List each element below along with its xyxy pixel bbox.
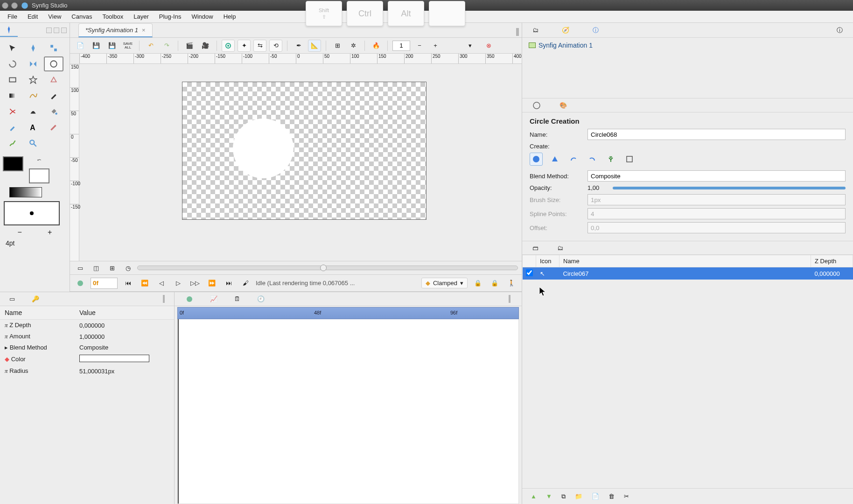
blend-field[interactable] (587, 170, 846, 182)
layer-group-icon[interactable]: 📁 (575, 493, 582, 500)
menu-edit[interactable]: Edit (23, 12, 42, 21)
param-row[interactable]: π Z Depth0,000000 (0, 320, 174, 331)
tool-spline[interactable] (23, 88, 43, 103)
seek-end-icon[interactable]: ⏭ (222, 277, 235, 289)
mode-normal-icon[interactable] (222, 40, 235, 52)
seek-next-frame-icon[interactable]: ▷▷ (189, 277, 202, 289)
menu-toolbox[interactable]: Toolbox (98, 12, 128, 21)
layer-raise-icon[interactable]: ▲ (531, 493, 537, 500)
timeline-ruler[interactable]: 0f 48f 96f (177, 307, 519, 319)
tool-mirror[interactable] (23, 56, 43, 71)
panel-grip-icon[interactable] (163, 295, 165, 302)
param-row[interactable]: ◆ Color (0, 353, 174, 365)
onion-skin-icon[interactable]: 🔥 (370, 40, 383, 52)
play-icon[interactable]: ▷ (172, 277, 185, 289)
frame-field[interactable] (91, 278, 118, 289)
undo-icon[interactable]: ↶ (144, 40, 157, 52)
tool-draw[interactable] (44, 88, 63, 103)
grid-icon[interactable]: ⊞ (331, 40, 344, 52)
mode-bones-icon[interactable]: ⟲ (269, 40, 282, 52)
layer-delete-icon[interactable]: 🗑 (608, 493, 615, 500)
layers-tab-icon[interactable]: 🗃 (532, 245, 538, 252)
panel-grip-icon[interactable] (509, 295, 510, 302)
close-tab-icon[interactable]: × (142, 27, 146, 34)
new-file-icon[interactable]: 📄 (74, 40, 87, 52)
zoom-in-button[interactable]: + (429, 40, 442, 52)
params-tab-icon[interactable]: ▭ (9, 295, 15, 302)
create-advanced-outline-icon[interactable] (567, 153, 580, 166)
tool-polygon[interactable] (44, 72, 63, 87)
seek-prev-frame-icon[interactable]: ◁ (155, 277, 168, 289)
layer-new-icon[interactable]: 📄 (592, 493, 599, 500)
zoom-out-button[interactable]: − (413, 40, 426, 52)
mode-animate-icon[interactable]: ✦ (238, 40, 251, 52)
menu-layer[interactable]: Layer (129, 12, 154, 21)
param-row[interactable]: ▸ Blend MethodComposite (0, 342, 174, 353)
timebar-btn-1[interactable]: ▭ (74, 262, 87, 274)
save-all-button[interactable]: SAVEALL (121, 40, 134, 52)
layers-col-check[interactable] (523, 255, 536, 267)
show-handles-icon[interactable]: ✒ (292, 40, 305, 52)
tl-tab-timetrack-icon[interactable] (186, 295, 193, 303)
seek-start-icon[interactable]: ⏮ (121, 277, 134, 289)
seek-next-key-icon[interactable]: ⏩ (205, 277, 218, 289)
layers-sets-tab-icon[interactable]: 🗂 (557, 245, 563, 252)
color-wells[interactable]: ⤺ (3, 156, 49, 183)
show-guides-icon[interactable]: 📐 (308, 40, 321, 52)
params-col-value[interactable]: Value (75, 306, 174, 320)
interp-mode-dropdown[interactable]: ◆ Clamped ▾ (421, 278, 468, 288)
param-row[interactable]: π Amount1,000000 (0, 331, 174, 342)
timeline-body[interactable] (177, 319, 519, 504)
tool-text[interactable]: A (23, 120, 43, 135)
create-region-icon[interactable] (530, 153, 543, 166)
snap-icon[interactable]: ✲ (347, 40, 360, 52)
document-tab[interactable]: *Synfig Animation 1 × (78, 23, 153, 37)
bg-color[interactable] (29, 168, 49, 183)
seek-prev-key-icon[interactable]: ⏪ (138, 277, 151, 289)
save-as-icon[interactable]: 💾 (105, 40, 119, 52)
jack-icon[interactable] (74, 277, 87, 289)
timebar-btn-3[interactable]: ⊞ (105, 262, 119, 274)
menu-plugins[interactable]: Plug-Ins (154, 12, 186, 21)
close-icon[interactable] (2, 2, 8, 9)
tool-transform[interactable] (3, 41, 22, 56)
tl-tab-history-icon[interactable]: 🕘 (257, 295, 265, 302)
animate-mode-icon[interactable]: 🚶 (505, 277, 518, 289)
right-tab-help-icon[interactable]: ⓘ (837, 26, 843, 35)
quality-slider[interactable] (137, 266, 518, 270)
timebar-btn-4[interactable]: ◷ (121, 262, 134, 274)
tool-star[interactable] (23, 72, 43, 87)
param-row[interactable]: π Radius51,000031px (0, 365, 174, 377)
canvas-circle-shape[interactable] (233, 119, 294, 178)
opacity-slider[interactable] (613, 187, 846, 189)
menu-help[interactable]: Help (219, 12, 241, 21)
right-tab-navigator-icon[interactable]: 🧭 (562, 27, 569, 34)
layer-name-cell[interactable]: Circle067 (559, 267, 811, 280)
fg-color[interactable] (3, 156, 23, 171)
doc-grip-icon[interactable] (513, 28, 522, 37)
zoom-field[interactable] (392, 41, 410, 51)
tooloptions-tab-circle-icon[interactable] (532, 101, 541, 110)
tool-rectangle[interactable] (3, 72, 22, 87)
right-tab-canvas-browser-icon[interactable]: 🗂 (532, 27, 538, 34)
panel-grip-icon[interactable] (46, 28, 70, 33)
swap-colors-icon[interactable]: ⤺ (37, 157, 41, 162)
brush-plus[interactable]: + (48, 228, 52, 237)
tool-sketch[interactable] (44, 120, 63, 135)
keyframe-lock-past-icon[interactable]: 🔒 (471, 277, 484, 289)
create-link-origins-icon[interactable] (623, 153, 636, 166)
preview-icon[interactable]: 🎥 (199, 40, 212, 52)
menu-file[interactable]: File (3, 12, 22, 21)
layer-duplicate-icon[interactable]: ⧉ (561, 493, 566, 500)
right-tab-info-icon[interactable]: ⓘ (593, 26, 599, 35)
tool-scale[interactable] (44, 41, 63, 56)
tool-fill[interactable] (44, 104, 63, 119)
layer-lower-icon[interactable]: ▼ (546, 493, 552, 500)
tool-width[interactable] (23, 104, 43, 119)
render-icon[interactable]: 🎬 (183, 40, 196, 52)
layers-col-zdepth[interactable]: Z Depth (811, 255, 853, 267)
canvas[interactable] (182, 82, 426, 220)
name-field[interactable] (587, 129, 846, 140)
redo-icon[interactable]: ↷ (160, 40, 173, 52)
menu-window[interactable]: Window (187, 12, 217, 21)
